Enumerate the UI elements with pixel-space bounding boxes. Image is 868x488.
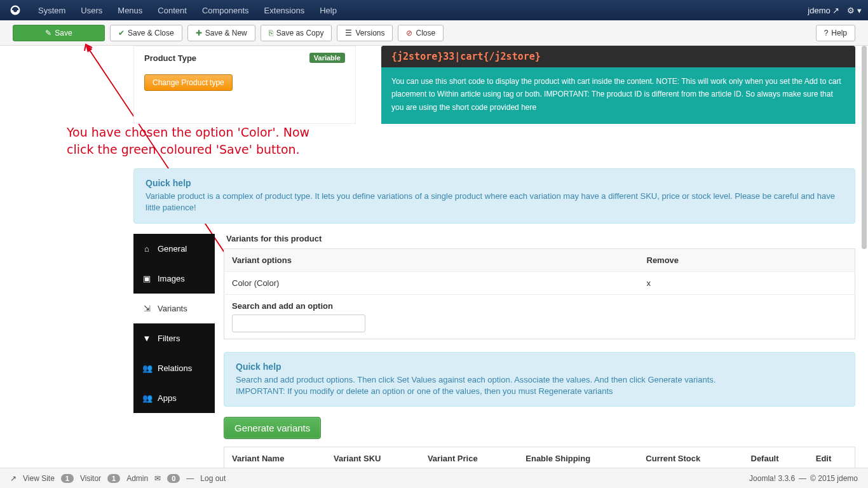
sitemap-icon: ⇲ bbox=[142, 304, 151, 313]
search-option-input[interactable] bbox=[232, 315, 365, 332]
action-toolbar: ✎Save ✔Save & Close ✚Save & New ⎘Save as… bbox=[0, 20, 868, 46]
col-enable-shipping: Enable Shipping bbox=[518, 447, 638, 468]
quick-help-title: Quick help bbox=[146, 178, 843, 188]
col-remove: Remove bbox=[639, 248, 855, 271]
admin-count-badge: 1 bbox=[107, 474, 120, 483]
quick-help-title-2: Quick help bbox=[236, 362, 843, 372]
menu-menus[interactable]: Menus bbox=[110, 1, 150, 20]
question-icon: ? bbox=[824, 29, 829, 37]
menu-users[interactable]: Users bbox=[73, 1, 110, 20]
remove-option-link[interactable]: x bbox=[647, 278, 651, 288]
pencil-icon: ✎ bbox=[45, 29, 51, 37]
logout-link[interactable]: Log out bbox=[200, 474, 226, 483]
view-site-link[interactable]: View Site bbox=[23, 474, 55, 483]
variant-option-row: Color (Color) x bbox=[224, 271, 855, 294]
variant-option-name: Color (Color) bbox=[224, 271, 639, 294]
product-type-panel: Product Type Variable Change Product typ… bbox=[133, 46, 356, 124]
copyright: © 2015 jdemo bbox=[810, 474, 858, 483]
quick-help-bottom: Quick help Search and add product option… bbox=[224, 352, 855, 407]
mail-icon: ✉ bbox=[154, 474, 161, 483]
top-menu: System Users Menus Content Components Ex… bbox=[31, 1, 344, 20]
save-copy-button[interactable]: ⎘Save as Copy bbox=[261, 25, 332, 41]
close-button[interactable]: ⊘Close bbox=[398, 25, 444, 41]
joomla-logo-icon[interactable] bbox=[6, 1, 24, 19]
versions-button[interactable]: ☰Versions bbox=[337, 25, 393, 41]
generate-variants-button[interactable]: Generate variants bbox=[224, 417, 321, 439]
shortcode-description: You can use this short code to display t… bbox=[381, 67, 855, 124]
product-type-badge: Variable bbox=[309, 53, 345, 63]
product-type-label: Product Type bbox=[144, 53, 196, 63]
tab-relations[interactable]: 👥Relations bbox=[133, 353, 215, 383]
menu-content[interactable]: Content bbox=[150, 1, 194, 20]
menu-help[interactable]: Help bbox=[312, 1, 344, 20]
plus-icon: ✚ bbox=[196, 29, 202, 37]
menu-extensions[interactable]: Extensions bbox=[257, 1, 313, 20]
variants-heading: Variants for this product bbox=[224, 234, 855, 243]
copy-icon: ⎘ bbox=[269, 29, 273, 37]
dash-separator: — bbox=[186, 474, 194, 483]
check-icon: ✔ bbox=[118, 29, 125, 37]
stack-icon: ☰ bbox=[345, 29, 352, 37]
save-button[interactable]: ✎Save bbox=[13, 25, 105, 41]
settings-gear-icon[interactable]: ⚙ ▾ bbox=[847, 6, 862, 15]
home-icon: ⌂ bbox=[142, 244, 151, 254]
search-option-label: Search and add an option bbox=[232, 301, 847, 311]
external-icon: ↗ bbox=[832, 6, 839, 15]
variant-options-table: Variant options Remove Color (Color) x bbox=[224, 248, 855, 295]
visitor-count-badge: 1 bbox=[61, 474, 74, 483]
tab-apps[interactable]: 👥Apps bbox=[133, 383, 215, 413]
side-tabs: ⌂General ▣Images ⇲Variants ▼Filters 👥Rel… bbox=[133, 234, 215, 468]
admin-link[interactable]: Admin bbox=[126, 474, 148, 483]
top-navbar: System Users Menus Content Components Ex… bbox=[0, 0, 868, 20]
quick-help-body: Variable product is a complex of product… bbox=[146, 191, 843, 214]
joomla-version: Joomla! 3.3.6 bbox=[749, 474, 795, 483]
save-new-button[interactable]: ✚Save & New bbox=[187, 25, 255, 41]
status-bar: ↗ View Site 1 Visitor 1 Admin ✉ 0 — Log … bbox=[0, 468, 868, 488]
quick-help-top: Quick help Variable product is a complex… bbox=[133, 168, 855, 223]
user-link[interactable]: jdemo ↗ bbox=[808, 6, 839, 15]
col-variant-sku: Variant SKU bbox=[326, 447, 420, 468]
menu-system[interactable]: System bbox=[31, 1, 73, 20]
variants-panel: Variants for this product Variant option… bbox=[215, 234, 855, 468]
message-count-badge: 0 bbox=[167, 474, 180, 483]
cancel-icon: ⊘ bbox=[406, 29, 412, 37]
change-product-type-button[interactable]: Change Product type bbox=[144, 74, 233, 91]
col-variant-price: Variant Price bbox=[420, 447, 518, 468]
quick-help-body-2a: Search and add product options. Then cli… bbox=[236, 374, 843, 386]
group-icon: 👥 bbox=[142, 363, 151, 373]
external-icon: ↗ bbox=[10, 474, 17, 483]
help-button[interactable]: ?Help bbox=[816, 25, 855, 41]
content-area: Product Type Variable Change Product typ… bbox=[0, 46, 868, 468]
tab-general[interactable]: ⌂General bbox=[133, 234, 215, 264]
visitor-link[interactable]: Visitor bbox=[80, 474, 101, 483]
col-current-stock: Current Stock bbox=[638, 447, 743, 468]
variants-list-table: Variant Name Variant SKU Variant Price E… bbox=[224, 447, 855, 468]
scrollbar[interactable] bbox=[862, 46, 867, 466]
shortcode-panel: {j2store}33|cart{/j2store} You can use t… bbox=[381, 46, 855, 124]
tab-filters[interactable]: ▼Filters bbox=[133, 323, 215, 353]
col-variant-options: Variant options bbox=[224, 248, 639, 271]
menu-components[interactable]: Components bbox=[194, 1, 257, 20]
dash-separator: — bbox=[799, 474, 806, 483]
shortcode-text: {j2store}33|cart{/j2store} bbox=[381, 46, 855, 67]
tab-images[interactable]: ▣Images bbox=[133, 264, 215, 294]
apps-icon: 👥 bbox=[142, 393, 151, 403]
filter-icon: ▼ bbox=[142, 334, 151, 343]
quick-help-body-2b: IMPORTANT: If you modify or delete an op… bbox=[236, 386, 843, 397]
image-icon: ▣ bbox=[142, 274, 151, 283]
tab-variants[interactable]: ⇲Variants bbox=[133, 294, 215, 323]
col-edit: Edit bbox=[808, 447, 855, 468]
save-close-button[interactable]: ✔Save & Close bbox=[110, 25, 182, 41]
col-variant-name: Variant Name bbox=[224, 447, 327, 468]
col-default: Default bbox=[743, 447, 808, 468]
